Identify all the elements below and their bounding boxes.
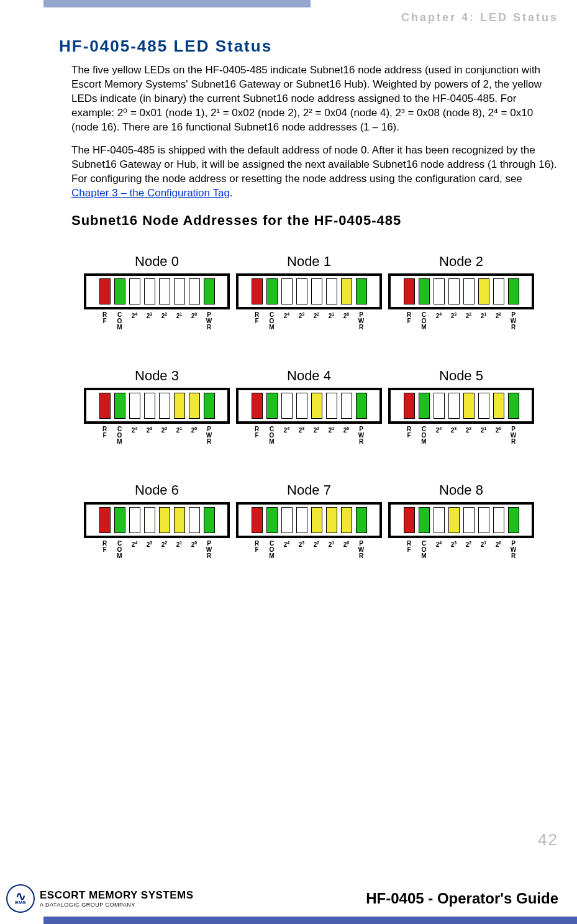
label-2-4: 24 [129,541,140,559]
led-indicator [463,507,475,533]
label-pwr: PWR [508,312,519,331]
label-2-4: 24 [434,312,445,331]
label-com: COM [419,426,430,445]
led-panel [388,388,534,424]
led-indicator [493,507,504,533]
led-indicator [252,278,263,304]
label-2-2: 22 [463,541,475,559]
label-com: COM [266,426,278,445]
label-2-2: 22 [311,426,322,445]
node-title: Node 3 [84,368,230,384]
page-number: 42 [538,830,558,849]
label-com: COM [419,541,430,559]
led-indicator [129,393,140,419]
node-block: Node 6RFCOM2423222120PWR [84,482,230,559]
label-pwr: PWR [508,426,519,445]
led-indicator [296,278,307,304]
logo-block: ∿ EMS ESCORT MEMORY SYSTEMS A DATALOGIC … [6,884,194,913]
led-labels-row: RFCOM2423222120PWR [84,312,230,331]
ems-logo-icon: ∿ EMS [6,884,35,913]
node-title: Node 8 [388,482,534,498]
chapter-label: Chapter 4: LED Status [0,7,577,37]
led-indicator [508,278,519,304]
node-title: Node 4 [236,368,382,384]
label-pwr: PWR [356,426,367,445]
label-2-4: 24 [434,541,445,559]
label-2-1: 21 [326,426,337,445]
label-2-4: 24 [434,426,445,445]
label-com: COM [266,312,278,331]
label-2-1: 21 [174,426,185,445]
logo-line-2: A DATALOGIC GROUP COMPANY [40,902,194,908]
led-indicator [99,507,111,533]
node-block: Node 0RFCOM2423222120PWR [84,254,230,331]
node-block: Node 8RFCOM2423222120PWR [388,482,534,559]
label-rf: RF [252,541,263,559]
label-2-0: 20 [189,541,200,559]
ems-small-text: EMS [15,900,25,905]
label-2-2: 22 [311,541,322,559]
label-2-0: 20 [341,312,352,331]
label-2-2: 22 [159,541,170,559]
led-labels-row: RFCOM2423222120PWR [84,426,230,445]
top-accent-bar [0,0,577,7]
link-config-tag[interactable]: Chapter 3 – the Configuration Tag [71,187,230,199]
led-indicator [341,278,352,304]
led-indicator [463,393,475,419]
footer: ∿ EMS ESCORT MEMORY SYSTEMS A DATALOGIC … [0,884,577,924]
label-2-0: 20 [341,426,352,445]
label-pwr: PWR [204,541,215,559]
label-2-3: 23 [144,541,155,559]
node-block: Node 5RFCOM2423222120PWR [388,368,534,445]
led-indicator [341,507,352,533]
led-indicator [434,507,445,533]
node-block: Node 4RFCOM2423222120PWR [236,368,382,445]
led-panel [236,273,382,309]
led-indicator [434,393,445,419]
node-block: Node 7RFCOM2423222120PWR [236,482,382,559]
label-2-1: 21 [478,541,489,559]
label-com: COM [114,312,125,331]
subsection-title: Subnet16 Node Addresses for the HF-0405-… [71,213,558,229]
label-2-0: 20 [189,426,200,445]
led-indicator [493,278,504,304]
led-indicator [99,393,111,419]
led-indicator [404,278,415,304]
label-2-3: 23 [296,541,307,559]
led-indicator [252,393,263,419]
node-title: Node 0 [84,254,230,270]
label-2-4: 24 [281,426,293,445]
label-rf: RF [99,312,111,331]
label-2-0: 20 [493,426,504,445]
label-2-1: 21 [326,312,337,331]
label-com: COM [266,541,278,559]
led-indicator [419,393,430,419]
label-rf: RF [404,541,415,559]
led-indicator [356,393,367,419]
led-indicator [404,507,415,533]
label-2-3: 23 [448,312,460,331]
label-pwr: PWR [356,541,367,559]
node-block: Node 3RFCOM2423222120PWR [84,368,230,445]
label-2-3: 23 [144,426,155,445]
node-title: Node 5 [388,368,534,384]
led-indicator [326,278,337,304]
label-rf: RF [99,541,111,559]
bottom-accent-bar [0,917,577,924]
label-2-1: 21 [174,541,185,559]
para-2-a: The HF-0405-485 is shipped with the defa… [71,144,557,185]
led-indicator [404,393,415,419]
led-indicator [189,507,200,533]
label-2-0: 20 [493,312,504,331]
led-panel [84,273,230,309]
led-indicator [281,507,293,533]
led-indicator [508,507,519,533]
para-2: The HF-0405-485 is shipped with the defa… [59,144,558,201]
led-panel [388,502,534,538]
led-indicator [448,507,460,533]
led-indicator [434,278,445,304]
led-indicator [204,278,215,304]
led-labels-row: RFCOM2423222120PWR [236,541,382,559]
led-indicator [174,507,185,533]
label-2-4: 24 [281,312,293,331]
